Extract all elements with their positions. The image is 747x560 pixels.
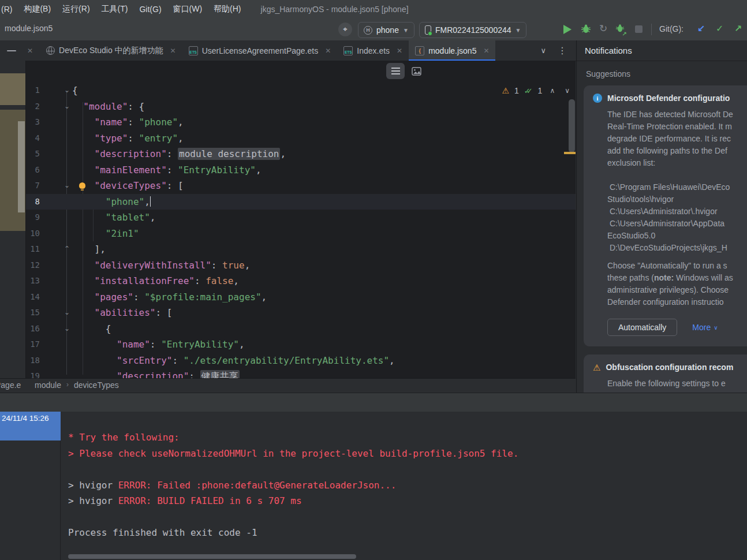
code-line[interactable]: 3 "name": "phone", bbox=[26, 114, 576, 130]
automatically-button[interactable]: Automatically bbox=[607, 319, 677, 336]
code-text: { bbox=[72, 321, 111, 337]
code-line[interactable]: 6 "mainElement": "EntryAbility", bbox=[26, 162, 576, 178]
notification-line: EcoStudio5.0 bbox=[607, 230, 747, 242]
fold-icon[interactable]: ⌃ bbox=[61, 241, 73, 257]
text-segment: : bbox=[128, 133, 139, 144]
editor-tab[interactable]: ETSIndex.ets✕ bbox=[337, 40, 409, 61]
warning-stripe-mark bbox=[564, 152, 576, 154]
text-segment: "phone" bbox=[139, 117, 178, 128]
code-line[interactable]: 9 "tablet", bbox=[26, 210, 576, 226]
code-text: "description": module description, bbox=[72, 146, 286, 162]
git-push-icon[interactable]: ↗ bbox=[734, 23, 742, 34]
text-segment: Enable the following settings to e bbox=[607, 379, 726, 388]
device-dropdown[interactable]: FMR0224125000244 ▼ bbox=[419, 22, 526, 38]
text-segment: true bbox=[222, 260, 245, 271]
text-segment bbox=[72, 212, 106, 223]
text-segment bbox=[72, 117, 95, 128]
close-tab-icon[interactable]: ✕ bbox=[325, 47, 331, 55]
notification-title: Obfuscation configuration recom bbox=[606, 363, 733, 372]
code-line[interactable]: 16⌄ { bbox=[26, 321, 576, 337]
locate-target-icon[interactable]: ⌖ bbox=[338, 23, 352, 36]
menu-item[interactable]: (R) bbox=[0, 5, 18, 14]
menu-item[interactable]: 构建(B) bbox=[18, 4, 57, 14]
code-line[interactable]: 13 "installationFree": false, bbox=[26, 273, 576, 289]
fold-icon[interactable]: ⌄ bbox=[61, 321, 73, 337]
run-config-dropdown[interactable]: H phone ▼ bbox=[358, 22, 414, 38]
close-tab-icon[interactable]: ✕ bbox=[397, 47, 402, 55]
close-tab-icon[interactable]: ✕ bbox=[483, 47, 489, 55]
text-segment: "tablet" bbox=[106, 212, 150, 223]
menu-item[interactable]: 帮助(H) bbox=[208, 4, 246, 14]
code-line[interactable]: 1⌄{ bbox=[26, 83, 576, 99]
run-history-item[interactable]: 24/11/4 15:26 bbox=[0, 412, 61, 440]
editor-scrollbar[interactable] bbox=[569, 99, 575, 152]
menu-item[interactable]: 运行(R) bbox=[57, 4, 95, 14]
code-line[interactable]: 10 "2in1" bbox=[26, 226, 576, 242]
code-line[interactable]: 2⌄ "module": { bbox=[26, 99, 576, 115]
fold-icon[interactable]: ⌄ bbox=[61, 83, 73, 99]
code-editor[interactable]: 1⌄{2⌄ "module": {3 "name": "phone",4 "ty… bbox=[26, 61, 576, 378]
editor-tab[interactable]: {module.json5✕ bbox=[409, 40, 495, 61]
code-line[interactable]: 18 "srcEntry": "./ets/entryability/Entry… bbox=[26, 353, 576, 369]
close-tab-icon[interactable]: ✕ bbox=[27, 47, 33, 55]
line-number: 15 bbox=[26, 305, 40, 321]
profiler-icon[interactable]: ↻ bbox=[599, 24, 607, 34]
globe-icon bbox=[46, 46, 55, 55]
breadcrumb-item[interactable]: module bbox=[35, 380, 61, 390]
text-view-button[interactable] bbox=[386, 63, 405, 79]
menu-item[interactable]: 窗口(W) bbox=[167, 4, 208, 14]
editor-tab[interactable]: DevEco Studio 中的新增功能✕ bbox=[40, 40, 182, 61]
git-update-icon[interactable]: ↙ bbox=[697, 23, 705, 34]
code-line[interactable]: 5 "description": module description, bbox=[26, 146, 576, 162]
device-phone-icon bbox=[425, 25, 431, 35]
build-console[interactable]: * Try the following:> Please check useNo… bbox=[68, 430, 518, 541]
code-line[interactable]: 8 "phone", bbox=[26, 194, 576, 210]
run-config-label: phone bbox=[376, 25, 399, 35]
line-number: 19 bbox=[26, 368, 40, 378]
chevron-down-icon[interactable]: ∨ bbox=[536, 44, 551, 57]
run-button[interactable] bbox=[563, 25, 572, 34]
debug-button[interactable] bbox=[581, 24, 591, 36]
clipped-tab[interactable]: ✕ bbox=[0, 40, 40, 61]
code-line[interactable]: 12 "deliveryWithInstall": true, bbox=[26, 257, 576, 274]
code-line[interactable]: 15⌄ "abilities": [ bbox=[26, 305, 576, 321]
menu-item[interactable]: Git(G) bbox=[133, 5, 167, 14]
close-tab-icon[interactable]: ✕ bbox=[170, 47, 176, 55]
menu-bar: (R)构建(B)运行(R)工具(T)Git(G)窗口(W)帮助(H) jkgs_… bbox=[0, 0, 747, 18]
notifications-body: Suggestions i Microsoft Defender configu… bbox=[577, 61, 747, 393]
code-line[interactable]: 4 "type": "entry", bbox=[26, 130, 576, 147]
notification-line: Enable the following settings to e bbox=[607, 378, 747, 390]
code-line[interactable]: 17 "name": "EntryAbility", bbox=[26, 337, 576, 353]
breadcrumb-item[interactable]: deviceTypes bbox=[74, 380, 119, 390]
line-number: 10 bbox=[26, 226, 40, 242]
inspections-widget[interactable]: ⚠ 1 ✓✓ 1 ∧ ∨ bbox=[502, 86, 572, 95]
fold-icon[interactable]: ⌄ bbox=[61, 305, 73, 321]
warning-count: 1 bbox=[514, 86, 519, 95]
preview-button[interactable] bbox=[408, 63, 424, 79]
code-line[interactable]: 14 "pages": "$profile:main_pages", bbox=[26, 289, 576, 305]
text-segment bbox=[150, 196, 151, 207]
console-horizontal-scrollbar[interactable] bbox=[68, 554, 356, 559]
git-label: Git(G): bbox=[659, 24, 683, 33]
prev-issue-icon[interactable]: ∧ bbox=[547, 87, 557, 95]
code-line[interactable]: 7⌄ "deviceTypes": [ bbox=[26, 178, 576, 194]
menu-item[interactable]: 工具(T) bbox=[96, 4, 134, 14]
fold-icon[interactable]: ⌄ bbox=[61, 99, 73, 115]
kebab-menu-icon[interactable]: ⋮ bbox=[553, 43, 572, 58]
code-text: { bbox=[72, 83, 78, 99]
project-panel-scrollbar[interactable] bbox=[18, 121, 25, 212]
editor-tab[interactable]: ETSUserLicenseAgreementPage.ets✕ bbox=[182, 40, 338, 61]
code-line[interactable]: 11⌃ ], bbox=[26, 241, 576, 257]
more-link-label: More bbox=[692, 323, 711, 332]
json5-icon: { bbox=[415, 46, 424, 55]
notification-card-obfuscation: ⚠ Obfuscation configuration recom Enable… bbox=[584, 354, 747, 393]
code-line[interactable]: 19 "description": 健康共享 bbox=[26, 368, 576, 378]
notification-line: add the following paths to the Def bbox=[607, 145, 747, 157]
more-link[interactable]: More ∨ bbox=[692, 323, 718, 332]
git-commit-icon[interactable]: ✓ bbox=[716, 23, 723, 34]
notification-line: The IDE has detected Microsoft De bbox=[607, 109, 747, 121]
next-issue-icon[interactable]: ∨ bbox=[562, 87, 572, 95]
attach-debugger-button[interactable]: ↗ bbox=[615, 24, 625, 35]
fold-icon[interactable]: ⌄ bbox=[61, 178, 73, 194]
ets-icon: ETS bbox=[189, 46, 198, 55]
